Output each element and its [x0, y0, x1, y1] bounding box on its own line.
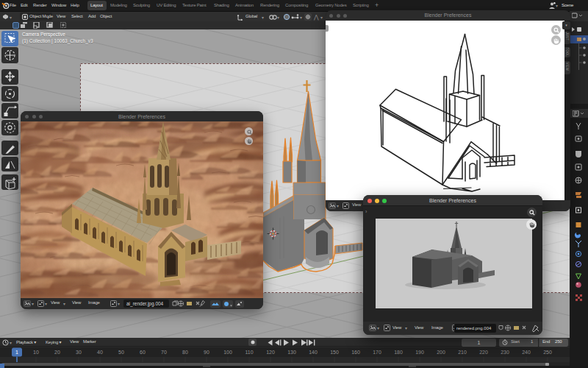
svg-text:210: 210	[458, 350, 467, 355]
svg-text:150: 150	[330, 350, 339, 355]
svg-text:230: 230	[501, 350, 509, 355]
svg-text:10: 10	[33, 350, 39, 355]
svg-text:60: 60	[140, 350, 146, 355]
svg-text:1: 1	[15, 350, 18, 355]
svg-text:120: 120	[266, 350, 275, 355]
svg-text:250: 250	[543, 350, 552, 355]
svg-text:190: 190	[415, 350, 424, 355]
svg-text:110: 110	[245, 350, 253, 355]
svg-text:130: 130	[287, 350, 296, 355]
svg-text:80: 80	[182, 350, 188, 355]
svg-text:220: 220	[479, 350, 488, 355]
svg-text:100: 100	[223, 350, 232, 355]
svg-text:170: 170	[373, 350, 381, 355]
svg-text:50: 50	[118, 350, 124, 355]
svg-text:200: 200	[437, 350, 445, 355]
svg-text:240: 240	[522, 350, 531, 355]
svg-text:140: 140	[309, 350, 318, 355]
svg-text:90: 90	[204, 350, 209, 355]
svg-text:30: 30	[76, 350, 82, 355]
svg-text:20: 20	[54, 350, 60, 355]
svg-text:160: 160	[351, 350, 360, 355]
svg-text:180: 180	[394, 350, 403, 355]
svg-text:40: 40	[97, 350, 103, 355]
svg-text:70: 70	[161, 350, 167, 355]
